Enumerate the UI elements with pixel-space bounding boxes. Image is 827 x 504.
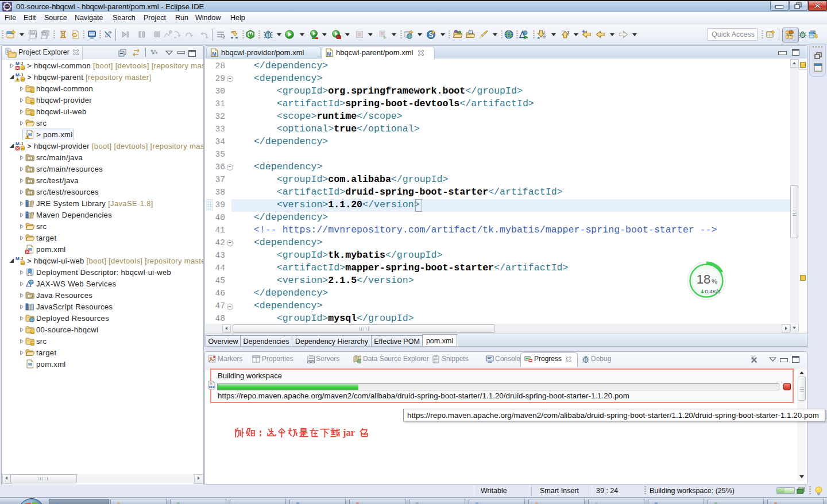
svg-text:J: J	[21, 256, 24, 261]
svg-text:M: M	[212, 51, 217, 57]
svg-text:M: M	[28, 132, 32, 137]
svg-text:J: J	[21, 61, 24, 66]
svg-text:0.4K/s: 0.4K/s	[705, 288, 721, 294]
svg-text:2.5: 2.5	[28, 273, 32, 276]
svg-text:M: M	[28, 362, 32, 367]
svg-text:18: 18	[697, 272, 710, 286]
svg-text:J: J	[21, 72, 24, 77]
svg-text:M: M	[327, 51, 331, 57]
svg-text:010: 010	[209, 385, 215, 389]
svg-text:J: J	[21, 141, 24, 146]
svg-text:%: %	[712, 278, 717, 285]
